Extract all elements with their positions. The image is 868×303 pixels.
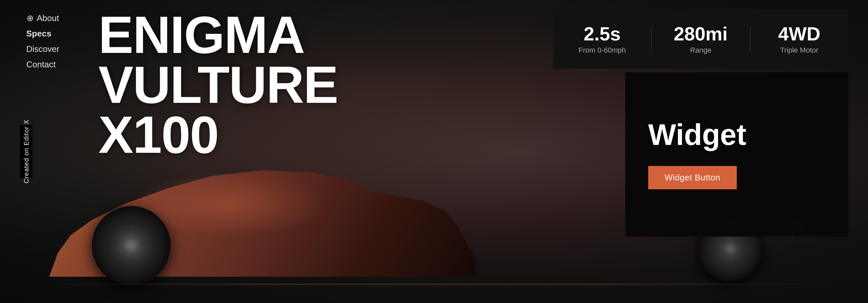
widget-panel: Widget Widget Button [625, 72, 848, 237]
nav-item-discover[interactable]: Discover [26, 44, 59, 54]
stat-label-acceleration: From 0-60mph [579, 46, 626, 55]
navigation: ⊕ About Specs Discover Contact [26, 13, 59, 70]
car-name: ENIGMA VULTURE X100 [98, 10, 338, 160]
globe-icon: ⊕ [26, 15, 34, 22]
nav-label-about: About [37, 13, 59, 23]
stat-value-acceleration: 2.5s [584, 24, 621, 44]
hero-title-line3: X100 [98, 105, 218, 164]
nav-item-contact[interactable]: Contact [26, 59, 59, 70]
sidebar-label-text: Created on Editor X [23, 120, 30, 184]
widget-title: Widget [648, 120, 825, 149]
sidebar-label: Created on Editor X [20, 125, 32, 178]
widget-button-label: Widget Button [664, 172, 720, 183]
stat-range: 280mi Range [651, 18, 750, 61]
nav-label-specs: Specs [26, 29, 52, 39]
nav-item-about[interactable]: ⊕ About [26, 13, 59, 23]
stat-acceleration: 2.5s From 0-60mph [553, 18, 651, 61]
stat-label-drivetrain: Triple Motor [780, 46, 818, 55]
stats-bar: 2.5s From 0-60mph 280mi Range 4WD Triple… [553, 10, 848, 69]
nav-label-discover: Discover [26, 44, 59, 54]
stat-label-range: Range [690, 46, 712, 55]
stat-value-drivetrain: 4WD [778, 24, 820, 44]
nav-label-contact: Contact [26, 59, 56, 70]
hero-title: ENIGMA VULTURE X100 [98, 10, 338, 160]
widget-button[interactable]: Widget Button [648, 166, 737, 189]
stat-drivetrain: 4WD Triple Motor [750, 18, 848, 61]
nav-item-specs[interactable]: Specs [26, 29, 59, 39]
stat-value-range: 280mi [674, 24, 727, 44]
